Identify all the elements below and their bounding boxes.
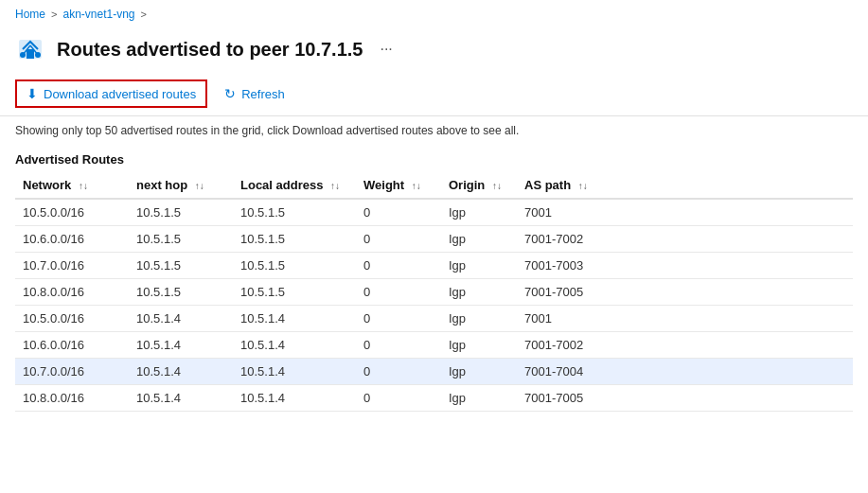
col-header-localaddr[interactable]: Local address ↑↓: [233, 172, 356, 199]
page-title: Routes advertised to peer 10.7.1.5: [57, 39, 363, 61]
info-text: Showing only top 50 advertised routes in…: [0, 116, 868, 145]
cell-network: 10.6.0.0/16: [15, 332, 129, 359]
page-header: Routes advertised to peer 10.7.1.5 ···: [0, 28, 868, 76]
cell-network: 10.6.0.0/16: [15, 226, 129, 253]
table-row[interactable]: 10.6.0.0/1610.5.1.510.5.1.50Igp7001-7002: [15, 226, 853, 253]
cell-localaddr: 10.5.1.5: [233, 199, 356, 226]
table-row[interactable]: 10.8.0.0/1610.5.1.410.5.1.40Igp7001-7005: [15, 385, 853, 412]
download-button[interactable]: ⬇ Download advertised routes: [15, 79, 207, 108]
cell-nexthop: 10.5.1.4: [129, 332, 233, 359]
cell-network: 10.8.0.0/16: [15, 385, 129, 412]
table-label: Advertised Routes: [15, 152, 853, 167]
breadcrumb-sep2: >: [141, 9, 147, 20]
cell-localaddr: 10.5.1.4: [233, 359, 356, 385]
cell-weight: 0: [356, 359, 441, 385]
refresh-icon: ↻: [224, 86, 236, 101]
cell-aspath: 7001-7005: [517, 385, 853, 412]
table-row[interactable]: 10.8.0.0/1610.5.1.510.5.1.50Igp7001-7005: [15, 279, 853, 306]
table-section: Advertised Routes Network ↑↓ next hop ↑↓…: [0, 145, 868, 419]
cell-weight: 0: [356, 306, 441, 332]
sort-icon-weight: ↑↓: [412, 181, 421, 191]
cell-aspath: 7001: [517, 199, 853, 226]
cell-weight: 0: [356, 385, 441, 412]
cell-network: 10.7.0.0/16: [15, 253, 129, 279]
sort-icon-nexthop: ↑↓: [195, 181, 204, 191]
cell-origin: Igp: [441, 199, 517, 226]
table-row[interactable]: 10.7.0.0/1610.5.1.410.5.1.40Igp7001-7004: [15, 359, 853, 385]
cell-nexthop: 10.5.1.4: [129, 385, 233, 412]
cell-network: 10.7.0.0/16: [15, 359, 129, 385]
cell-weight: 0: [356, 226, 441, 253]
cell-weight: 0: [356, 279, 441, 306]
cell-network: 10.5.0.0/16: [15, 306, 129, 332]
cell-origin: Igp: [441, 359, 517, 385]
svg-rect-1: [27, 49, 34, 59]
sort-icon-network: ↑↓: [79, 181, 88, 191]
table-row[interactable]: 10.5.0.0/1610.5.1.410.5.1.40Igp7001: [15, 306, 853, 332]
download-label: Download advertised routes: [44, 87, 196, 101]
cell-network: 10.5.0.0/16: [15, 199, 129, 226]
breadcrumb: Home > akn-vnet1-vng >: [0, 0, 868, 28]
cell-nexthop: 10.5.1.5: [129, 253, 233, 279]
advertised-routes-table: Network ↑↓ next hop ↑↓ Local address ↑↓ …: [15, 172, 853, 412]
vng-icon: [15, 34, 45, 64]
refresh-button[interactable]: ↻ Refresh: [215, 81, 294, 106]
cell-origin: Igp: [441, 385, 517, 412]
cell-nexthop: 10.5.1.5: [129, 226, 233, 253]
download-icon: ⬇: [27, 86, 38, 101]
toolbar: ⬇ Download advertised routes ↻ Refresh: [0, 76, 868, 116]
cell-localaddr: 10.5.1.4: [233, 306, 356, 332]
cell-aspath: 7001-7005: [517, 279, 853, 306]
cell-weight: 0: [356, 332, 441, 359]
sort-icon-origin: ↑↓: [492, 181, 502, 191]
cell-localaddr: 10.5.1.5: [233, 253, 356, 279]
cell-network: 10.8.0.0/16: [15, 279, 129, 306]
more-options-button[interactable]: ···: [374, 39, 398, 60]
cell-origin: Igp: [441, 226, 517, 253]
cell-nexthop: 10.5.1.5: [129, 279, 233, 306]
col-header-network[interactable]: Network ↑↓: [15, 172, 129, 199]
cell-weight: 0: [356, 199, 441, 226]
cell-nexthop: 10.5.1.5: [129, 199, 233, 226]
cell-aspath: 7001-7002: [517, 226, 853, 253]
cell-origin: Igp: [441, 306, 517, 332]
col-header-origin[interactable]: Origin ↑↓: [441, 172, 517, 199]
cell-aspath: 7001: [517, 306, 853, 332]
cell-origin: Igp: [441, 332, 517, 359]
col-header-weight[interactable]: Weight ↑↓: [356, 172, 441, 199]
cell-localaddr: 10.5.1.5: [233, 279, 356, 306]
breadcrumb-sep1: >: [51, 9, 57, 20]
table-body: 10.5.0.0/1610.5.1.510.5.1.50Igp700110.6.…: [15, 199, 853, 412]
cell-aspath: 7001-7003: [517, 253, 853, 279]
refresh-label: Refresh: [241, 87, 285, 101]
cell-weight: 0: [356, 253, 441, 279]
cell-localaddr: 10.5.1.4: [233, 385, 356, 412]
sort-icon-localaddr: ↑↓: [330, 181, 340, 191]
cell-nexthop: 10.5.1.4: [129, 306, 233, 332]
table-row[interactable]: 10.7.0.0/1610.5.1.510.5.1.50Igp7001-7003: [15, 253, 853, 279]
cell-aspath: 7001-7002: [517, 332, 853, 359]
table-header-row: Network ↑↓ next hop ↑↓ Local address ↑↓ …: [15, 172, 853, 199]
breadcrumb-home[interactable]: Home: [15, 8, 45, 21]
cell-origin: Igp: [441, 253, 517, 279]
cell-origin: Igp: [441, 279, 517, 306]
cell-nexthop: 10.5.1.4: [129, 359, 233, 385]
sort-icon-aspath: ↑↓: [578, 181, 588, 191]
breadcrumb-parent[interactable]: akn-vnet1-vng: [62, 8, 134, 21]
table-row[interactable]: 10.5.0.0/1610.5.1.510.5.1.50Igp7001: [15, 199, 853, 226]
table-row[interactable]: 10.6.0.0/1610.5.1.410.5.1.40Igp7001-7002: [15, 332, 853, 359]
cell-aspath: 7001-7004: [517, 359, 853, 385]
cell-localaddr: 10.5.1.5: [233, 226, 356, 253]
col-header-aspath[interactable]: AS path ↑↓: [517, 172, 853, 199]
cell-localaddr: 10.5.1.4: [233, 332, 356, 359]
col-header-nexthop[interactable]: next hop ↑↓: [129, 172, 233, 199]
